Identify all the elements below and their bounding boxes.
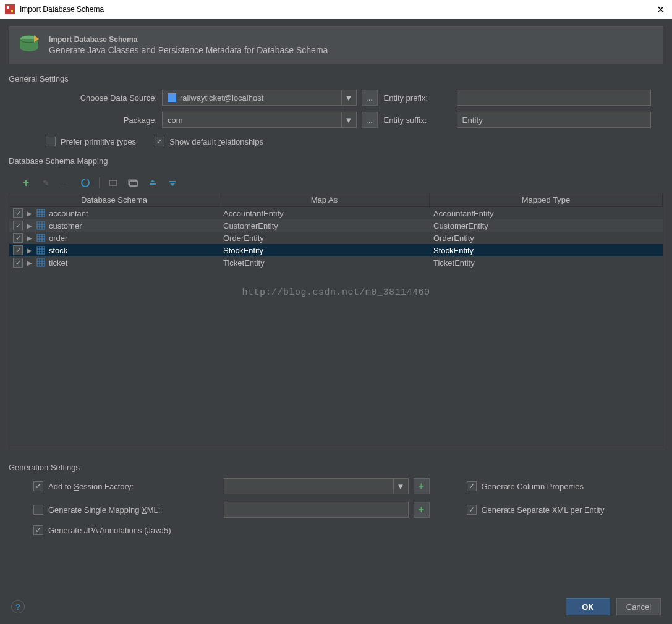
entity-suffix-input[interactable]: [457, 112, 652, 128]
database-icon: [17, 33, 41, 57]
map-as: AccountantEntity: [223, 209, 284, 218]
svg-rect-5: [109, 180, 117, 185]
section-generation-label: Generation Settings: [9, 463, 663, 472]
table-icon: [36, 258, 45, 267]
table-icon: [36, 246, 45, 255]
window-title: Import Database Schema: [20, 5, 654, 14]
collapse-icon[interactable]: [107, 177, 119, 189]
checkbox-icon: [155, 137, 164, 146]
map-as: CustomerEntity: [223, 221, 278, 230]
mapped-type: CustomerEntity: [433, 221, 488, 230]
checkbox-icon: [33, 505, 43, 515]
table-header: Database Schema Map As Mapped Type: [9, 193, 663, 207]
svg-rect-10: [37, 209, 45, 217]
table-row[interactable]: ▶customerCustomerEntityCustomerEntity: [9, 219, 663, 232]
chevron-down-icon[interactable]: ▼: [341, 112, 356, 127]
checkbox-icon: [467, 505, 477, 515]
refresh-icon[interactable]: [79, 177, 91, 189]
add-session-factory-button[interactable]: +: [414, 478, 430, 494]
svg-rect-8: [150, 183, 156, 185]
session-factory-combo[interactable]: ▼: [224, 478, 409, 494]
svg-rect-1: [7, 6, 9, 9]
header-banner: Import Database Schema Generate Java Cla…: [9, 26, 663, 64]
expand-icon[interactable]: ▶: [27, 235, 33, 242]
show-default-relationships-checkbox[interactable]: Show default relationships: [155, 137, 263, 146]
toolbar-separator: [99, 177, 100, 188]
watermark: http://blog.csdn.net/m0_38114460: [9, 287, 663, 298]
data-source-browse-button[interactable]: ...: [362, 90, 378, 106]
checkbox-icon: [467, 481, 477, 491]
package-value: com: [168, 116, 183, 125]
row-checkbox[interactable]: [13, 221, 23, 230]
col-schema[interactable]: Database Schema: [9, 193, 219, 206]
mapped-type: StockEntity: [433, 246, 474, 255]
svg-rect-20: [37, 234, 45, 242]
svg-rect-7: [130, 181, 137, 186]
move-down-icon[interactable]: [166, 177, 179, 189]
checkbox-icon: [33, 481, 43, 491]
svg-rect-9: [169, 181, 176, 182]
map-as: StockEntity: [223, 246, 263, 255]
chevron-down-icon[interactable]: ▼: [341, 90, 356, 105]
row-checkbox[interactable]: [13, 208, 23, 218]
schema-name: accountant: [49, 209, 88, 218]
schema-name: order: [49, 234, 67, 243]
schema-name: ticket: [49, 258, 67, 268]
add-session-factory-checkbox[interactable]: Add to Session Factory:: [33, 481, 219, 491]
generate-single-xml-checkbox[interactable]: Generate Single Mapping XML:: [33, 505, 219, 515]
svg-rect-30: [37, 259, 45, 266]
table-row[interactable]: ▶accountantAccountantEntityAccountantEnt…: [9, 207, 663, 219]
app-icon: [5, 4, 15, 14]
generate-column-props-checkbox[interactable]: Generate Column Properties: [467, 481, 652, 491]
chevron-down-icon[interactable]: ▼: [393, 479, 408, 494]
row-checkbox[interactable]: [13, 245, 23, 255]
section-mapping-label: Database Schema Mapping: [9, 156, 663, 166]
mapped-type: OrderEntity: [433, 234, 474, 243]
svg-rect-15: [37, 222, 45, 229]
edit-icon[interactable]: ✎: [40, 177, 52, 189]
entity-suffix-label: Entity suffix:: [384, 116, 452, 125]
expand-icon[interactable]: ▶: [27, 210, 33, 217]
expand-icon[interactable]: ▶: [27, 222, 33, 229]
generate-separate-xml-checkbox[interactable]: Generate Separate XML per Entity: [467, 505, 652, 515]
add-icon[interactable]: +: [20, 177, 32, 189]
package-combo[interactable]: com ▼: [162, 112, 357, 128]
checkbox-icon: [46, 137, 56, 146]
schema-name: customer: [49, 221, 82, 230]
section-general-label: General Settings: [9, 74, 663, 83]
expand-icon[interactable]: [127, 177, 139, 189]
row-checkbox[interactable]: [13, 258, 23, 268]
single-xml-input[interactable]: [224, 502, 409, 518]
col-map-as[interactable]: Map As: [219, 193, 430, 206]
table-icon: [36, 221, 45, 230]
add-single-xml-button[interactable]: +: [414, 502, 430, 518]
col-mapped-type[interactable]: Mapped Type: [430, 193, 663, 206]
table-row[interactable]: ▶ticketTicketEntityTicketEntity: [9, 256, 663, 269]
table-row[interactable]: ▶stockStockEntityStockEntity: [9, 244, 663, 256]
remove-icon[interactable]: −: [59, 177, 72, 189]
help-button[interactable]: ?: [11, 600, 25, 613]
entity-prefix-label: Entity prefix:: [384, 93, 452, 103]
row-checkbox[interactable]: [13, 233, 23, 243]
expand-icon[interactable]: ▶: [27, 259, 33, 266]
mapped-type: TicketEntity: [433, 258, 475, 268]
package-label: Package:: [33, 116, 157, 125]
table-body: ▶accountantAccountantEntityAccountantEnt…: [9, 207, 663, 269]
ok-button[interactable]: OK: [566, 598, 610, 615]
close-icon[interactable]: ✕: [654, 4, 667, 15]
generate-jpa-checkbox[interactable]: Generate JPA Annotations (Java5): [33, 525, 219, 535]
entity-prefix-input[interactable]: [457, 90, 652, 106]
expand-icon[interactable]: ▶: [27, 247, 33, 254]
move-up-icon[interactable]: [147, 177, 159, 189]
table-icon: [36, 234, 45, 242]
table-row[interactable]: ▶orderOrderEntityOrderEntity: [9, 232, 663, 244]
package-browse-button[interactable]: ...: [362, 112, 378, 128]
mapping-toolbar: + ✎ −: [9, 172, 663, 193]
svg-rect-2: [11, 10, 13, 12]
cancel-button[interactable]: Cancel: [616, 598, 661, 615]
banner-subtitle: Generate Java Classes and Persistence Me…: [49, 45, 328, 55]
data-source-combo[interactable]: railwayticket@localhost ▼: [162, 90, 357, 106]
schema-name: stock: [49, 246, 67, 255]
svg-rect-25: [37, 247, 45, 254]
prefer-primitive-checkbox[interactable]: Prefer primitive types: [46, 137, 136, 146]
